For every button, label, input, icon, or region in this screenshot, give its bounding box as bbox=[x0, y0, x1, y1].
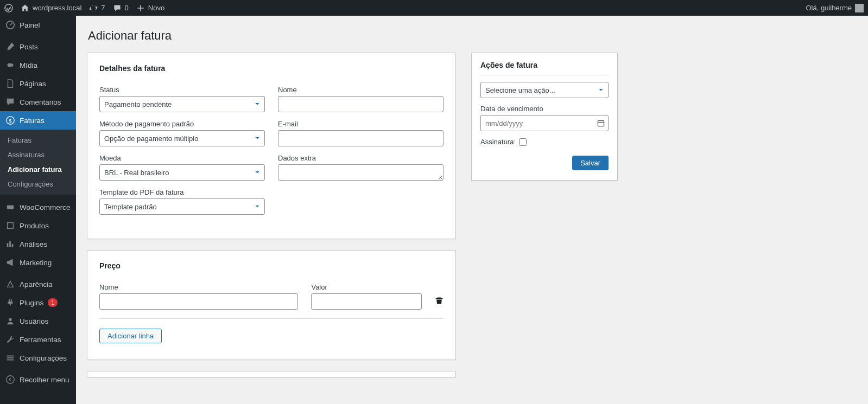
menu-pages[interactable]: Páginas bbox=[0, 74, 76, 93]
payment-method-label: Método de pagamento padrão bbox=[99, 120, 265, 128]
name-input[interactable] bbox=[278, 96, 443, 112]
due-date-input[interactable] bbox=[480, 115, 609, 131]
comments-link[interactable]: 0 bbox=[113, 4, 129, 12]
extra-textarea[interactable] bbox=[278, 164, 443, 181]
svg-point-7 bbox=[9, 318, 11, 321]
next-box-peek bbox=[87, 371, 456, 377]
price-name-label: Nome bbox=[99, 283, 298, 291]
details-heading: Detalhes da fatura bbox=[99, 64, 443, 73]
wp-logo[interactable] bbox=[4, 4, 13, 12]
chevron-down-icon bbox=[254, 100, 261, 108]
updates-count: 7 bbox=[101, 4, 105, 12]
save-button[interactable]: Salvar bbox=[572, 156, 609, 170]
name-label: Nome bbox=[278, 86, 443, 94]
submenu-settings[interactable]: Configurações bbox=[0, 177, 76, 191]
actions-heading: Ações de fatura bbox=[480, 61, 609, 75]
trash-icon bbox=[435, 296, 443, 305]
svg-point-2 bbox=[8, 63, 11, 67]
submenu-subscriptions[interactable]: Assinaturas bbox=[0, 148, 76, 162]
svg-rect-12 bbox=[598, 120, 604, 126]
template-select[interactable]: Template padrão bbox=[99, 198, 265, 215]
plugins-badge: 1 bbox=[48, 298, 58, 307]
template-label: Template do PDF da fatura bbox=[99, 188, 265, 196]
new-label: Novo bbox=[148, 4, 164, 12]
menu-marketing[interactable]: Marketing bbox=[0, 253, 76, 272]
comments-count: 0 bbox=[125, 4, 129, 12]
invoice-actions-box: Ações de fatura Selecione uma ação... Da… bbox=[471, 53, 618, 181]
price-value-label: Valor bbox=[311, 283, 422, 291]
price-box: Preço Nome Valor bbox=[87, 250, 456, 360]
submenu-invoices-list[interactable]: Faturas bbox=[0, 133, 76, 148]
price-name-input[interactable] bbox=[99, 293, 298, 310]
menu-users[interactable]: Usuários bbox=[0, 312, 76, 330]
svg-rect-8 bbox=[7, 356, 14, 357]
avatar bbox=[855, 4, 864, 12]
menu-dashboard[interactable]: Painel bbox=[0, 16, 76, 34]
signature-label: Assinatura: bbox=[480, 138, 516, 146]
menu-collapse[interactable]: Recolher menu bbox=[0, 370, 76, 389]
svg-rect-10 bbox=[7, 360, 14, 361]
due-date-label: Data de vencimento bbox=[480, 105, 609, 113]
menu-analytics[interactable]: Análises bbox=[0, 235, 76, 253]
menu-appearance[interactable]: Aparência bbox=[0, 275, 76, 293]
updates-link[interactable]: 7 bbox=[89, 4, 105, 12]
currency-label: Moeda bbox=[99, 154, 265, 162]
menu-invoices[interactable]: $ Faturas bbox=[0, 111, 76, 130]
greeting: Olá, guilherme bbox=[806, 4, 852, 12]
site-name-link[interactable]: wordpress.local bbox=[21, 4, 81, 12]
extra-label: Dados extra bbox=[278, 154, 443, 162]
submenu-invoices: Faturas Assinaturas Adicionar fatura Con… bbox=[0, 130, 76, 195]
chevron-down-icon bbox=[597, 86, 605, 94]
page-title: Adicionar fatura bbox=[88, 29, 857, 43]
svg-rect-6 bbox=[8, 223, 14, 229]
account-link[interactable]: Olá, guilherme bbox=[806, 4, 864, 12]
menu-posts[interactable]: Posts bbox=[0, 37, 76, 56]
menu-woocommerce[interactable]: WooCommerce bbox=[0, 198, 76, 216]
svg-text:$: $ bbox=[9, 118, 11, 124]
svg-point-11 bbox=[7, 376, 14, 383]
svg-rect-9 bbox=[7, 357, 14, 358]
email-label: E-mail bbox=[278, 120, 443, 128]
submenu-add-invoice[interactable]: Adicionar fatura bbox=[0, 162, 76, 177]
menu-plugins[interactable]: Plugins 1 bbox=[0, 293, 76, 312]
menu-tools[interactable]: Ferramentas bbox=[0, 330, 76, 349]
chevron-down-icon bbox=[254, 203, 261, 210]
price-value-input[interactable] bbox=[311, 293, 422, 310]
status-select[interactable]: Pagamento pendente bbox=[99, 96, 265, 112]
menu-products[interactable]: Produtos bbox=[0, 216, 76, 235]
divider bbox=[99, 318, 443, 319]
action-select[interactable]: Selecione uma ação... bbox=[480, 82, 609, 98]
menu-comments[interactable]: Comentários bbox=[0, 93, 76, 111]
invoice-details-box: Detalhes da fatura Status Pagamento pend… bbox=[87, 53, 456, 239]
signature-checkbox[interactable] bbox=[519, 138, 527, 146]
currency-select[interactable]: BRL - Real brasileiro bbox=[99, 164, 265, 181]
payment-method-select[interactable]: Opção de pagamento múltiplo bbox=[99, 130, 265, 146]
site-name: wordpress.local bbox=[33, 4, 81, 12]
chevron-down-icon bbox=[254, 169, 261, 176]
email-input[interactable] bbox=[278, 130, 443, 146]
new-link[interactable]: Novo bbox=[136, 4, 164, 12]
add-line-button[interactable]: Adicionar linha bbox=[99, 329, 162, 343]
price-heading: Preço bbox=[99, 261, 443, 270]
chevron-down-icon bbox=[254, 134, 261, 142]
svg-rect-5 bbox=[7, 205, 14, 209]
calendar-icon bbox=[597, 119, 605, 127]
menu-media[interactable]: Mídia bbox=[0, 56, 76, 74]
delete-line-button[interactable] bbox=[435, 296, 443, 310]
status-label: Status bbox=[99, 86, 265, 94]
menu-settings[interactable]: Configurações bbox=[0, 349, 76, 367]
